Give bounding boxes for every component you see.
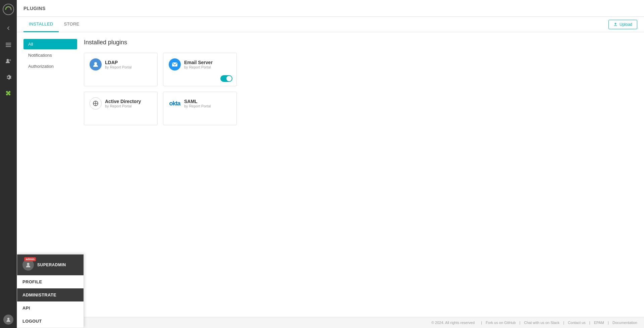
- page-title: PLUGINS: [23, 6, 46, 11]
- okta-logo-text: okta: [169, 100, 180, 107]
- svg-point-4: [7, 59, 9, 61]
- content-area: INSTALLED STORE Upload All Notifications: [17, 17, 644, 317]
- footer-slack-link[interactable]: Chat with us on Slack: [524, 321, 559, 325]
- footer-copyright: © 2024. All rights reserved: [431, 321, 475, 325]
- plugins-container: INSTALLED STORE Upload All Notifications: [17, 17, 644, 317]
- plugin-email-info: Email Server by Report Portal: [184, 60, 213, 69]
- plugins-section-title: Installed plugins: [84, 39, 637, 46]
- footer-epam-link[interactable]: EPAM: [594, 321, 604, 325]
- plugin-email-vendor: by Report Portal: [184, 65, 213, 69]
- plugin-ldap-vendor: by Report Portal: [105, 65, 131, 69]
- footer-contact-link[interactable]: Contact us: [568, 321, 586, 325]
- plugin-ldap-header: LDAP by Report Portal: [90, 58, 152, 71]
- svg-point-5: [9, 59, 11, 61]
- menu-item-administrate[interactable]: ADMINISTRATE: [17, 288, 84, 301]
- svg-point-10: [27, 263, 29, 265]
- saml-icon: okta: [169, 97, 181, 109]
- upload-button[interactable]: Upload: [608, 20, 637, 29]
- topbar: PLUGINS: [17, 0, 644, 17]
- plugin-card-ldap[interactable]: LDAP by Report Portal: [84, 53, 158, 86]
- plugin-card-email[interactable]: Email Server by Report Portal: [163, 53, 237, 86]
- menu-item-api[interactable]: API: [17, 301, 84, 315]
- menu-item-logout[interactable]: LOGOUT: [17, 315, 84, 328]
- main-content: PLUGINS INSTALLED STORE Upload: [17, 0, 644, 328]
- footer: © 2024. All rights reserved | Fork us on…: [17, 317, 644, 328]
- plugins-grid-area: Installed plugins: [84, 39, 637, 310]
- svg-point-0: [3, 4, 14, 15]
- plugin-saml-header: okta SAML by Report Portal: [169, 97, 231, 109]
- sidebar-collapse-button[interactable]: [0, 22, 17, 34]
- svg-point-6: [7, 318, 9, 320]
- svg-rect-2: [6, 44, 11, 45]
- filter-notifications[interactable]: Notifications: [23, 50, 77, 60]
- plugin-ad-header: Active Directory by Report Portal: [90, 97, 152, 109]
- admin-badge: admin: [24, 257, 36, 261]
- email-toggle-slider: [220, 75, 232, 82]
- footer-github-link[interactable]: Fork us on GitHub: [486, 321, 516, 325]
- plugin-email-toggle[interactable]: [220, 75, 232, 82]
- ldap-icon: [90, 58, 102, 71]
- sidebar: [0, 0, 17, 328]
- sidebar-nav: [0, 38, 17, 101]
- plugin-email-header: Email Server by Report Portal: [169, 58, 231, 71]
- tabs-bar: INSTALLED STORE Upload: [17, 17, 644, 32]
- footer-separator-1: |: [481, 321, 483, 325]
- user-popup-name: SUPERADMIN: [37, 263, 66, 267]
- plugins-body: All Notifications Authorization Installe…: [17, 32, 644, 317]
- user-popup-menu: PROFILE ADMINISTRATE API LOGOUT: [17, 275, 84, 328]
- plugin-saml-vendor: by Report Portal: [184, 104, 211, 108]
- user-popup: admin SUPERADMIN PROFILE ADMINISTRATE AP…: [17, 254, 84, 328]
- plugin-ad-info: Active Directory by Report Portal: [105, 99, 141, 108]
- plugin-ad-name: Active Directory: [105, 99, 141, 104]
- svg-rect-1: [6, 43, 11, 44]
- sidebar-item-settings[interactable]: [0, 70, 17, 85]
- plugin-ad-vendor: by Report Portal: [105, 104, 141, 108]
- svg-point-7: [94, 62, 97, 65]
- tab-installed[interactable]: INSTALLED: [23, 17, 59, 32]
- filter-authorization[interactable]: Authorization: [23, 61, 77, 72]
- menu-item-profile[interactable]: PROFILE: [17, 275, 84, 288]
- filter-all[interactable]: All: [23, 39, 77, 49]
- sidebar-item-members[interactable]: [0, 54, 17, 68]
- sidebar-item-plugins[interactable]: [0, 86, 17, 101]
- sidebar-item-launches[interactable]: [0, 38, 17, 52]
- plugin-email-name: Email Server: [184, 60, 213, 65]
- email-toggle-switch[interactable]: [220, 75, 232, 82]
- tab-store[interactable]: STORE: [59, 17, 85, 32]
- user-avatar-button[interactable]: [3, 315, 13, 325]
- app-logo[interactable]: [2, 3, 14, 15]
- plugin-card-ad[interactable]: Active Directory by Report Portal: [84, 92, 158, 125]
- footer-docs-link[interactable]: Documentation: [612, 321, 637, 325]
- active-directory-icon: [90, 97, 102, 109]
- svg-rect-3: [6, 46, 11, 47]
- user-popup-avatar: admin: [22, 259, 34, 271]
- plugin-saml-info: SAML by Report Portal: [184, 99, 211, 108]
- email-icon: [169, 58, 181, 71]
- plugin-ldap-name: LDAP: [105, 60, 131, 65]
- plugin-card-saml[interactable]: okta SAML by Report Portal: [163, 92, 237, 125]
- sidebar-user-bottom: [0, 315, 17, 328]
- plugins-grid: LDAP by Report Portal: [84, 53, 637, 125]
- plugin-ldap-info: LDAP by Report Portal: [105, 60, 131, 69]
- user-popup-header: admin SUPERADMIN: [17, 254, 84, 275]
- plugin-saml-name: SAML: [184, 99, 211, 104]
- upload-button-label: Upload: [620, 22, 632, 27]
